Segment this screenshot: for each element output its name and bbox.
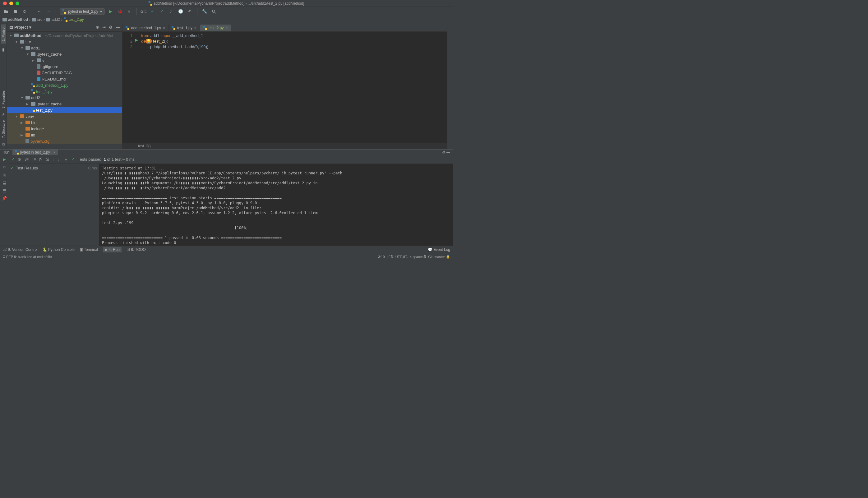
tree-folder[interactable]: include (7, 126, 122, 132)
git-branch[interactable]: Git: master (428, 255, 445, 259)
window-close[interactable] (3, 2, 7, 5)
close-icon[interactable]: × (53, 150, 56, 155)
pytest-icon (63, 9, 66, 14)
filter-icon[interactable]: ⊘ (18, 157, 21, 162)
open-icon[interactable] (2, 8, 9, 15)
chevron-down-icon[interactable]: ▾ (29, 25, 31, 29)
todo-tab[interactable]: ☑ 6: TODO (127, 247, 146, 252)
collapse-icon[interactable]: ⇥ (102, 25, 106, 29)
locate-icon[interactable]: ⊕ (96, 25, 99, 29)
line-separator[interactable]: LF (387, 255, 391, 259)
lock-icon[interactable]: 🔒 (446, 254, 450, 259)
minimize-icon[interactable]: — (446, 150, 450, 155)
code-editor[interactable]: 123 ▶ from add1 import__add_method_1 de💡… (122, 32, 447, 143)
event-log-tab[interactable]: 💬 Event Log (428, 247, 450, 252)
test-results-root[interactable]: Test Results (16, 166, 38, 170)
run-icon[interactable]: ▶ (107, 8, 114, 15)
sort2-icon[interactable]: ↑≡ (32, 157, 36, 162)
editor: add_method_1.py× test_1.py× test_2.py× 1… (122, 23, 447, 149)
tree-folder[interactable]: ▶.pytest_cache (7, 101, 122, 107)
inspection-icon[interactable]: ⊡ (2, 254, 5, 259)
stop-icon[interactable]: ◉ (3, 172, 6, 177)
tree-file[interactable]: CACHEDIR.TAG (7, 70, 122, 76)
git-compare-icon[interactable]: ⤴ (168, 8, 175, 15)
git-update-icon[interactable]: ✓ (149, 8, 156, 15)
run-tab[interactable]: ▶ 4: Run (103, 247, 121, 252)
editor-tab[interactable]: add_method_1.py× (122, 25, 169, 31)
check-icon[interactable]: ✓ (11, 157, 15, 162)
test-results-tree[interactable]: ✓Test Results0 ms (9, 164, 99, 247)
favorites-tool-tab[interactable]: 2: Favorites (1, 88, 6, 111)
minimize-icon[interactable]: — (116, 25, 120, 29)
layout-icon[interactable]: ⬒ (2, 188, 6, 193)
pass-icon: ✓ (71, 157, 75, 162)
run-config-dropdown[interactable]: pytest in test_2.py ▾ (60, 9, 105, 15)
tree-folder[interactable]: ▼.pytest_cache (7, 51, 122, 57)
status-message: PEP 8: blank line at end of file (6, 255, 52, 259)
down-icon[interactable]: ↓ (57, 157, 60, 162)
tree-file-selected[interactable]: test_2.py (7, 107, 122, 113)
tree-file[interactable]: pyvenv.cfg (7, 138, 122, 144)
pin-icon[interactable]: ⬓ (2, 180, 6, 185)
gear-icon[interactable]: ⚙ (109, 25, 113, 29)
editor-breadcrumb[interactable]: test_2() (122, 143, 447, 149)
close-icon[interactable]: × (163, 26, 165, 30)
expand-icon[interactable]: ⇱ (39, 157, 43, 162)
project-tool-tab[interactable]: 1: Project (1, 24, 6, 43)
toggle-icon[interactable]: ⟳ (3, 165, 6, 169)
python-console-tab[interactable]: 🐍 Python Console (43, 247, 75, 252)
tree-folder[interactable]: ▼add2 (7, 94, 122, 101)
editor-tab-active[interactable]: test_2.py× (200, 25, 231, 31)
window-minimize[interactable] (9, 2, 13, 5)
git-revert-icon[interactable]: ↶ (186, 8, 193, 15)
tree-root[interactable]: ▼addMethod ~/Documents/PycharmProject/ad… (7, 32, 122, 39)
tree-folder[interactable]: ▼src (7, 39, 122, 45)
vc-tab[interactable]: ⎇ 9: Version Control (2, 247, 38, 252)
close-icon[interactable]: × (226, 26, 228, 30)
git-commit-icon[interactable]: ✓ (159, 8, 166, 15)
tree-folder[interactable]: ▼venv (7, 113, 122, 119)
debug-icon[interactable]: 🐞 (117, 8, 123, 15)
git-history-icon[interactable]: 🕐 (177, 8, 184, 15)
console-output[interactable]: Testing started at 17:01 ... /usr/l▮▮▮ ▮… (99, 164, 453, 247)
window-maximize[interactable] (15, 2, 19, 5)
bookmark-icon[interactable]: ▮ (0, 46, 7, 53)
tree-folder[interactable]: ▶v (7, 57, 122, 63)
cursor-position[interactable]: 3:19 (378, 255, 384, 259)
star-icon: ★ (2, 112, 5, 117)
editor-tab[interactable]: test_1.py× (169, 25, 200, 31)
collapse-icon[interactable]: ⇲ (46, 157, 49, 162)
structure-tool-tab[interactable]: 7: Structure (1, 118, 6, 141)
tree-file[interactable]: .gitignore (7, 63, 122, 70)
rerun-icon[interactable]: ▶ (3, 157, 6, 162)
run-tab[interactable]: pytest in test_2.py × (12, 149, 58, 155)
forward-icon[interactable]: → (45, 8, 52, 15)
tree-folder[interactable]: ▶lib (7, 132, 122, 138)
tree-file[interactable]: add_method_1.py (7, 82, 122, 88)
tree-folder[interactable]: ▼add1 (7, 45, 122, 51)
back-icon[interactable]: ← (36, 8, 43, 15)
search-icon[interactable] (210, 8, 217, 15)
breadcrumb-item[interactable]: addMethod (2, 17, 28, 22)
tree-folder[interactable]: ▶bin (7, 119, 122, 126)
terminal-tab[interactable]: ▣ Terminal (80, 247, 98, 252)
settings-icon[interactable]: 🔧 (201, 8, 208, 15)
close-icon[interactable]: × (194, 26, 197, 30)
tree-file[interactable]: test_1.py (7, 88, 122, 94)
breadcrumb-item[interactable]: add2 (46, 17, 60, 22)
gear-icon[interactable]: ⚙ (442, 150, 446, 155)
breadcrumb-item[interactable]: src (32, 17, 42, 22)
breadcrumb-item[interactable]: test_2.py (64, 17, 84, 22)
project-dropdown-icon[interactable]: ▤ (9, 25, 13, 29)
pin2-icon[interactable]: 📌 (2, 196, 7, 200)
stop-icon[interactable]: ■ (126, 8, 133, 15)
refresh-icon[interactable] (21, 8, 28, 15)
save-icon[interactable] (12, 8, 19, 15)
encoding[interactable]: UTF-8 (395, 255, 405, 259)
up-icon[interactable]: ↑ (52, 157, 54, 162)
sort-icon[interactable]: ↓≡ (24, 157, 29, 162)
tree-file[interactable]: README.md (7, 76, 122, 82)
project-tree[interactable]: ▼addMethod ~/Documents/PycharmProject/ad… (7, 32, 122, 149)
gutter-marks[interactable]: ▶ (135, 32, 140, 143)
indent[interactable]: 4 spaces (410, 255, 423, 259)
